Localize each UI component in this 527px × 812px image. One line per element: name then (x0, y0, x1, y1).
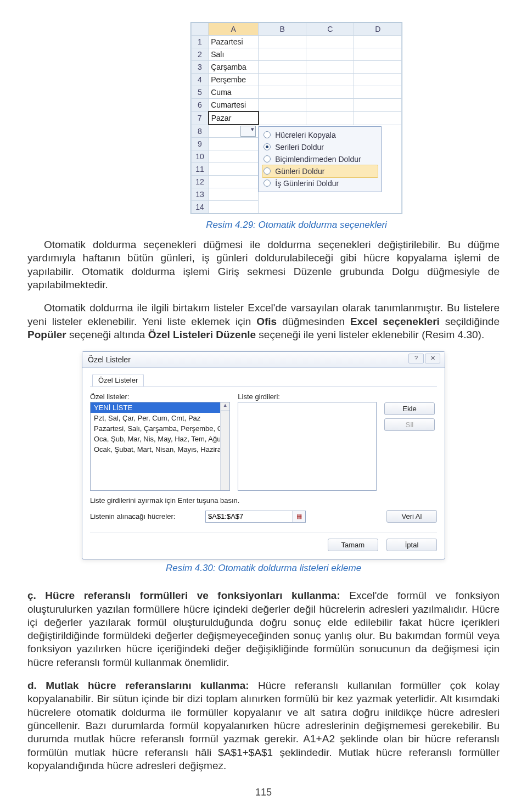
cell: Perşembe (209, 74, 259, 86)
row-header: 6 (191, 99, 209, 112)
col-header-d: D (354, 23, 402, 36)
cell-selected: Pazar (209, 111, 259, 125)
row-header: 10 (191, 150, 209, 163)
radio-icon (264, 143, 271, 150)
list-item[interactable]: Pzt, Sal, Çar, Per, Cum, Cmt, Paz (91, 413, 220, 423)
ok-button[interactable]: Tamam (328, 539, 378, 551)
radio-icon (264, 155, 271, 163)
cell: Cuma (209, 86, 259, 99)
list-entries-textarea[interactable] (238, 402, 377, 491)
body-paragraph: Otomatik doldurma ile ilgili birtakım li… (27, 301, 500, 341)
opt-fill-days[interactable]: Günleri Doldur (262, 165, 378, 178)
excel-fragment: A B C D 1Pazartesi 2Salı 3Çarşamba 4Perş… (190, 22, 403, 214)
row-header: 1 (191, 36, 209, 48)
cell (209, 125, 259, 138)
col-header-c: C (306, 23, 354, 36)
body-paragraph: d. Mutlak hücre referanslarını kullanma:… (27, 679, 500, 772)
radio-icon (264, 131, 271, 138)
radio-icon (264, 167, 271, 175)
row-header: 2 (191, 48, 209, 61)
cancel-button[interactable]: İptal (386, 539, 437, 551)
list-item[interactable]: YENİ LİSTE (91, 402, 220, 413)
cell: Cumartesi (209, 99, 259, 112)
cell: Salı (209, 48, 259, 61)
opt-fill-workdays[interactable]: İş Günlerini Doldur (262, 177, 378, 189)
opt-fill-series[interactable]: Serileri Doldur (262, 141, 378, 153)
hint-text: Liste girdilerini ayırmak için Enter tuş… (90, 496, 437, 505)
body-paragraph: Otomatik doldurma seçenekleri düğmesi il… (27, 238, 500, 292)
label-list-entries: Liste girdileri: (238, 393, 377, 401)
cell: Pazartesi (209, 36, 259, 48)
range-picker-button[interactable]: ▦ (293, 511, 306, 523)
paragraph-lead: ç. Hücre referanslı formülleri ve fonksi… (27, 590, 349, 601)
paragraph-lead: d. Mutlak hücre referanslarını kullanma: (27, 680, 258, 691)
row-header: 11 (191, 163, 209, 176)
row-header: 3 (191, 61, 209, 74)
page-number: 115 (27, 787, 500, 798)
row-header: 4 (191, 74, 209, 86)
autofill-options-button[interactable] (240, 126, 256, 137)
radio-icon (264, 180, 271, 187)
autofill-options-menu: Hücreleri Kopyala Serileri Doldur Biçiml… (259, 126, 382, 192)
custom-lists-listbox[interactable]: ▲ YENİ LİSTE Pzt, Sal, Çar, Per, Cum, Cm… (90, 402, 230, 491)
figure-caption-429: Resim 4.29: Otomatik doldurma seçenekler… (27, 220, 500, 231)
import-range-input[interactable] (205, 511, 293, 523)
list-item[interactable]: Pazartesi, Salı, Çarşamba, Perşembe, Cu (91, 423, 220, 434)
list-item[interactable]: Oca, Şub, Mar, Nis, May, Haz, Tem, Ağu (91, 434, 220, 444)
cell: Çarşamba (209, 61, 259, 74)
row-header: 12 (191, 176, 209, 188)
row-header: 5 (191, 86, 209, 99)
list-item[interactable]: Ocak, Şubat, Mart, Nisan, Mayıs, Hazirar (91, 444, 220, 455)
row-header: 8 (191, 125, 209, 138)
row-header: 13 (191, 188, 209, 201)
scroll-up-icon[interactable]: ▲ (221, 402, 229, 411)
figure-excel-autofill: A B C D 1Pazartesi 2Salı 3Çarşamba 4Perş… (27, 22, 500, 216)
delete-button[interactable]: Sil (384, 418, 435, 431)
opt-fill-no-format[interactable]: Biçimlendirmeden Doldur (262, 153, 378, 165)
dialog-title-text: Özel Listeler (88, 355, 131, 364)
col-header-b: B (259, 23, 306, 36)
close-button[interactable]: ✕ (425, 354, 440, 363)
row-header: 14 (191, 201, 209, 214)
dialog-tabstrip: Özel Listeler (90, 373, 437, 387)
figure-caption-430: Resim 4.30: Otomatik doldurma listeleri … (27, 563, 500, 574)
add-button[interactable]: Ekle (384, 402, 435, 415)
body-paragraph: ç. Hücre referanslı formülleri ve fonksi… (27, 589, 500, 669)
label-import-range: Listenin alınacağı hücreler: (90, 512, 200, 520)
import-button[interactable]: Veri Al (386, 510, 437, 523)
custom-lists-dialog: Özel Listeler ? ✕ Özel Listeler Özel lis… (82, 351, 445, 559)
tab-custom-lists[interactable]: Özel Listeler (92, 374, 144, 387)
row-header: 9 (191, 138, 209, 150)
dialog-titlebar: Özel Listeler ? ✕ (82, 352, 445, 368)
opt-copy-cells[interactable]: Hücreleri Kopyala (262, 129, 378, 141)
corner-cell (191, 23, 209, 36)
row-header: 7 (191, 111, 209, 125)
col-header-a: A (209, 23, 259, 36)
help-button[interactable]: ? (408, 354, 424, 363)
label-custom-lists: Özel listeler: (90, 393, 230, 401)
